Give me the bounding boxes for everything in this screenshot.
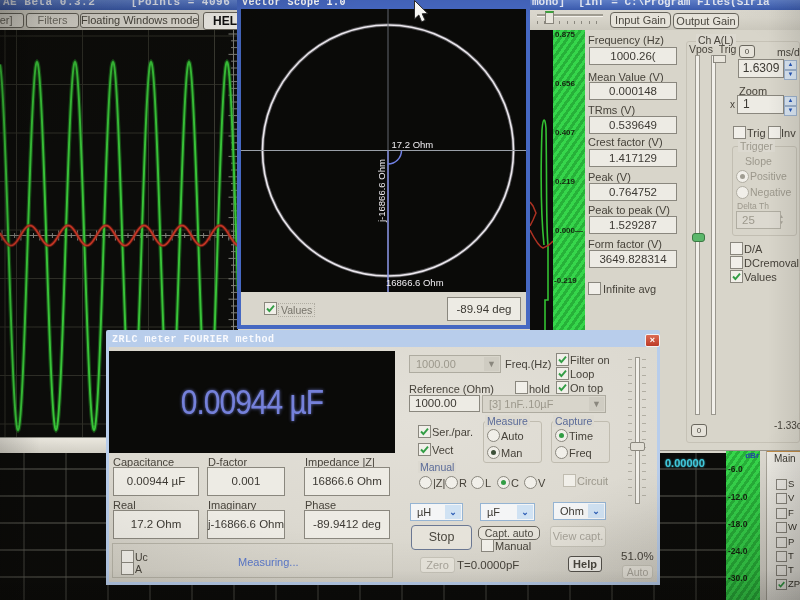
svg-text:16866.6 Ohm: 16866.6 Ohm xyxy=(386,277,444,288)
svg-text:j-16866.6 Ohm: j-16866.6 Ohm xyxy=(376,159,387,223)
svg-text:17.2 Ohm: 17.2 Ohm xyxy=(392,139,434,150)
